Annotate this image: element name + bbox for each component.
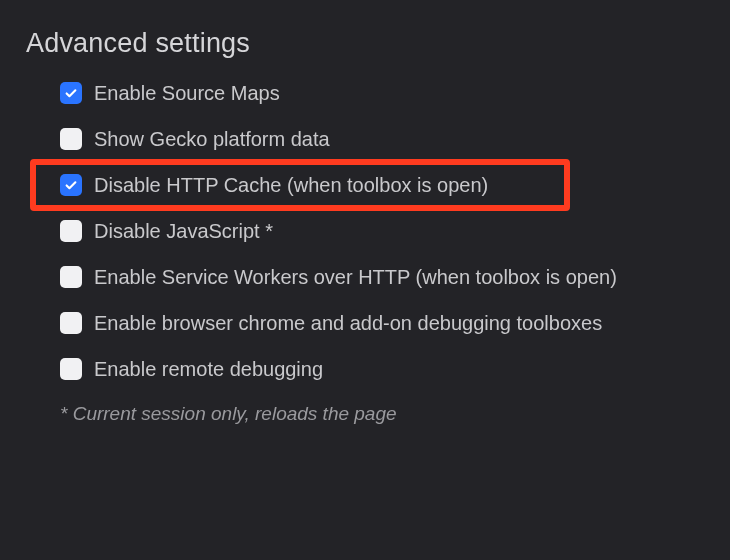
footnote: * Current session only, reloads the page	[60, 403, 704, 425]
option-label[interactable]: Enable remote debugging	[94, 357, 323, 381]
option-enable-service-workers-http[interactable]: Enable Service Workers over HTTP (when t…	[60, 265, 704, 289]
option-label[interactable]: Disable JavaScript *	[94, 219, 273, 243]
options-list: Enable Source Maps Show Gecko platform d…	[26, 81, 704, 425]
option-label[interactable]: Show Gecko platform data	[94, 127, 330, 151]
checkbox-show-gecko-platform-data[interactable]	[60, 128, 82, 150]
check-icon	[64, 86, 78, 100]
option-disable-http-cache[interactable]: Disable HTTP Cache (when toolbox is open…	[60, 173, 704, 197]
option-label[interactable]: Enable Source Maps	[94, 81, 280, 105]
section-title: Advanced settings	[26, 28, 704, 59]
option-enable-browser-chrome-debugging[interactable]: Enable browser chrome and add-on debuggi…	[60, 311, 704, 335]
checkbox-enable-service-workers-http[interactable]	[60, 266, 82, 288]
checkbox-disable-javascript[interactable]	[60, 220, 82, 242]
option-label[interactable]: Enable browser chrome and add-on debuggi…	[94, 311, 602, 335]
option-label[interactable]: Disable HTTP Cache (when toolbox is open…	[94, 173, 488, 197]
checkbox-disable-http-cache[interactable]	[60, 174, 82, 196]
option-show-gecko-platform-data[interactable]: Show Gecko platform data	[60, 127, 704, 151]
option-label[interactable]: Enable Service Workers over HTTP (when t…	[94, 265, 617, 289]
checkbox-enable-browser-chrome-debugging[interactable]	[60, 312, 82, 334]
checkbox-enable-source-maps[interactable]	[60, 82, 82, 104]
check-icon	[64, 178, 78, 192]
checkbox-enable-remote-debugging[interactable]	[60, 358, 82, 380]
option-enable-source-maps[interactable]: Enable Source Maps	[60, 81, 704, 105]
option-disable-javascript[interactable]: Disable JavaScript *	[60, 219, 704, 243]
option-enable-remote-debugging[interactable]: Enable remote debugging	[60, 357, 704, 381]
